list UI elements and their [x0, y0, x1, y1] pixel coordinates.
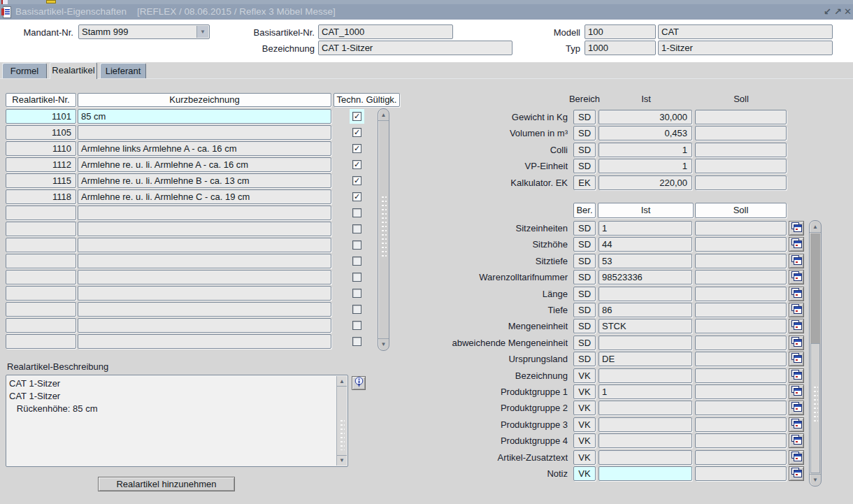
panel2-ber-cell[interactable]: SD	[573, 254, 596, 268]
tab-formel[interactable]: Formel	[2, 63, 47, 78]
panel2-soll-cell[interactable]	[695, 237, 787, 252]
panel2-ber-cell[interactable]: SD	[573, 319, 596, 333]
panel2-ber-cell[interactable]: SD	[573, 287, 596, 301]
realartikel-nr-cell[interactable]: 1115	[6, 173, 76, 188]
techn-gueltig-checkbox[interactable]: ✓	[352, 128, 361, 137]
detail-window-button[interactable]	[789, 287, 804, 301]
kurzbezeichnung-cell[interactable]: Armlehne re. u. li. Armlehne A - ca. 16 …	[78, 157, 331, 172]
panel2-ist-cell[interactable]	[598, 417, 692, 432]
panel2-ist-cell[interactable]	[598, 368, 692, 383]
basisartikel-input[interactable]: CAT_1000	[318, 24, 453, 39]
techn-gueltig-checkbox[interactable]	[352, 289, 361, 298]
realartikel-nr-cell[interactable]: 1105	[6, 125, 76, 140]
realartikel-nr-cell[interactable]	[6, 254, 76, 268]
panel2-ist-cell[interactable]: 1	[598, 221, 692, 236]
scrollbar-track[interactable]	[810, 233, 820, 343]
panel2-ist-cell[interactable]: DE	[598, 352, 692, 366]
panel2-soll-cell[interactable]	[695, 336, 787, 350]
panel2-ist-cell[interactable]	[598, 450, 692, 465]
techn-gueltig-checkbox[interactable]	[352, 240, 361, 250]
panel2-soll-cell[interactable]	[695, 384, 787, 399]
detail-window-button[interactable]	[789, 450, 804, 465]
minimize-icon[interactable]: ↙	[822, 6, 833, 17]
techn-gueltig-checkbox[interactable]	[352, 305, 361, 314]
kurzbezeichnung-cell[interactable]: 85 cm	[78, 109, 331, 124]
realartikel-nr-cell[interactable]	[6, 238, 76, 252]
kurzbezeichnung-cell[interactable]: Armlehne re. u. li. Armlehne C - ca. 19 …	[78, 189, 331, 204]
panel1-bereich-cell[interactable]: SD	[573, 159, 596, 173]
add-realartikel-button[interactable]: Realartikel hinzunehmen	[98, 477, 235, 491]
mandant-combobox[interactable]: Stamm 999 ▼	[78, 24, 210, 39]
scroll-up-icon[interactable]: ▲	[810, 222, 821, 233]
techn-gueltig-checkbox[interactable]: ✓	[352, 176, 361, 185]
panel2-ist-cell[interactable]: STCK	[598, 319, 692, 333]
panel1-soll-cell[interactable]	[695, 143, 787, 157]
detail-window-button[interactable]	[789, 237, 804, 252]
panel2-ber-cell[interactable]: VK	[573, 433, 596, 448]
panel2-ber-cell[interactable]: VK	[573, 417, 596, 432]
panel1-ist-cell[interactable]: 220,00	[598, 175, 692, 190]
scroll-up-icon[interactable]: ▲	[337, 377, 347, 387]
panel1-ist-cell[interactable]: 0,453	[598, 126, 692, 141]
panel1-bereich-cell[interactable]: EK	[573, 175, 596, 190]
techn-gueltig-checkbox[interactable]	[352, 337, 361, 346]
realartikel-nr-cell[interactable]	[6, 270, 76, 285]
panel2-ber-cell[interactable]: SD	[573, 352, 596, 366]
panel2-soll-cell[interactable]	[695, 270, 787, 285]
techn-gueltig-checkbox[interactable]	[352, 224, 361, 233]
bezeichnung-input[interactable]: CAT 1-Sitzer	[318, 41, 512, 55]
scrollbar-grip[interactable]	[339, 418, 345, 450]
techn-gueltig-checkbox[interactable]: ✓	[352, 160, 361, 169]
techn-gueltig-checkbox[interactable]: ✓	[352, 144, 361, 153]
techn-gueltig-checkbox[interactable]	[352, 321, 361, 330]
panel2-ist-cell[interactable]: 98523336	[598, 270, 692, 285]
realartikel-nr-cell[interactable]	[6, 334, 76, 349]
dropdown-arrow-icon[interactable]: ▼	[196, 26, 208, 38]
scroll-up-icon[interactable]: ▲	[378, 110, 389, 121]
panel2-ist-cell[interactable]	[598, 466, 692, 481]
panel2-ist-cell[interactable]	[598, 433, 692, 448]
panel2-soll-cell[interactable]	[695, 450, 787, 465]
realartikel-nr-cell[interactable]: 1101	[6, 109, 76, 124]
kurzbezeichnung-cell[interactable]	[78, 238, 331, 252]
panel2-ber-cell[interactable]: SD	[573, 270, 596, 285]
scrollbar-grip[interactable]	[812, 384, 818, 422]
kurzbezeichnung-cell[interactable]	[78, 302, 331, 317]
panel1-bereich-cell[interactable]: SD	[573, 143, 596, 157]
realartikel-nr-cell[interactable]	[6, 318, 76, 333]
techn-gueltig-checkbox[interactable]: ✓	[352, 112, 361, 121]
panel2-soll-cell[interactable]	[695, 466, 787, 481]
panel2-ber-cell[interactable]: VK	[573, 401, 596, 415]
panel1-ist-cell[interactable]: 1	[598, 159, 692, 173]
panel2-soll-cell[interactable]	[695, 352, 787, 366]
kurzbezeichnung-cell[interactable]	[78, 206, 331, 220]
panel2-ber-cell[interactable]: SD	[573, 221, 596, 236]
detail-window-button[interactable]	[789, 254, 804, 268]
panel2-ist-cell[interactable]: 1	[598, 384, 692, 399]
close-icon[interactable]: ✕	[843, 6, 853, 17]
panel2-ist-cell[interactable]: 44	[598, 237, 692, 252]
panel2-soll-cell[interactable]	[695, 401, 787, 415]
panel2-soll-cell[interactable]	[695, 319, 787, 333]
panel1-soll-cell[interactable]	[695, 175, 787, 190]
panel2-soll-cell[interactable]	[695, 433, 787, 448]
kurzbezeichnung-cell[interactable]	[78, 254, 331, 268]
detail-window-button[interactable]	[789, 417, 804, 432]
scroll-down-icon[interactable]: ▼	[378, 338, 389, 350]
detail-window-button[interactable]	[789, 401, 804, 415]
scrollbar-thumb[interactable]	[810, 343, 820, 473]
panel1-soll-cell[interactable]	[695, 126, 787, 141]
realartikel-nr-cell[interactable]	[6, 302, 76, 317]
kurzbezeichnung-cell[interactable]	[78, 334, 331, 349]
typ-name-input[interactable]: 1-Sitzer	[658, 41, 833, 55]
detail-window-button[interactable]	[789, 270, 804, 285]
panel2-ist-cell[interactable]	[598, 336, 692, 350]
panel2-ist-cell[interactable]	[598, 287, 692, 301]
tab-realartikel[interactable]: Realartikel	[50, 62, 97, 79]
panel2-soll-cell[interactable]	[695, 221, 787, 236]
scroll-down-icon[interactable]: ▼	[337, 455, 347, 465]
realartikel-nr-cell[interactable]: 1118	[6, 189, 76, 204]
realartikel-nr-cell[interactable]: 1110	[6, 141, 76, 156]
title-bar[interactable]: Basisartikel-Eigenschaften [REFLEX / 08.…	[0, 4, 853, 20]
techn-gueltig-checkbox[interactable]: ✓	[352, 192, 361, 201]
